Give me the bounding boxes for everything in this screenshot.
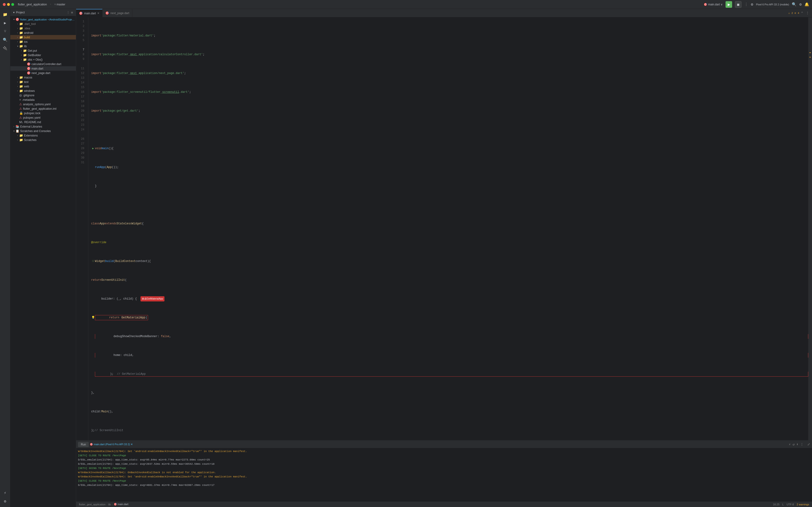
code-line-15: builder: (_, child) { 换成GetMaterialApp bbox=[91, 296, 808, 301]
code-line-22: ); // ScreenUtilInit bbox=[91, 428, 808, 433]
tree-item-dart-tool[interactable]: › 📁 .dart_tool bbox=[10, 21, 76, 26]
code-line-13: ⬡ Widget build(BuildContext context) { bbox=[91, 259, 808, 264]
run-button[interactable]: ▶ bbox=[726, 1, 732, 8]
activity-run-icon[interactable]: ▶ bbox=[1, 19, 9, 27]
console-refresh-icon[interactable]: ↺ bbox=[793, 442, 794, 446]
minimize-button[interactable] bbox=[7, 3, 10, 6]
code-line-14: return ScreenUtilInit( bbox=[91, 278, 808, 282]
tree-item-lib[interactable]: ▾ 📁 lib bbox=[10, 44, 76, 48]
tree-item-next-page[interactable]: 🎯 next_page.dart bbox=[10, 71, 76, 75]
code-content[interactable]: import 'package:flutter/material.dart'; … bbox=[89, 17, 808, 440]
settings-icon[interactable]: ⚙ bbox=[751, 2, 753, 7]
breadcrumb-project[interactable]: flutter_gext_application bbox=[79, 503, 106, 506]
titlebar: flutter_gext_application › ⑂ master 🎯 ma… bbox=[0, 0, 812, 9]
tab-expand-icon[interactable]: ⌃ bbox=[800, 10, 804, 16]
tree-item-calculator-controller[interactable]: 🎯 calculatorController.dart bbox=[10, 62, 76, 66]
console-line-3: D/EGL_emulation(21704): app_time_stats: … bbox=[78, 458, 810, 462]
tree-item-extensions[interactable]: › 📁 Extensions bbox=[10, 133, 76, 138]
gutter-warning-1: ▬ bbox=[809, 51, 811, 54]
tree-item-android[interactable]: › 📁 android bbox=[10, 31, 76, 35]
tree-item-macos[interactable]: › 📁 macos bbox=[10, 75, 76, 80]
search-icon[interactable]: 🔍 bbox=[792, 2, 797, 7]
activity-bar: 📁 ▶ ⑂ 🔍 🔌 ⚡ ⚙ bbox=[0, 9, 10, 507]
code-line-18: home: child, bbox=[95, 353, 808, 357]
device-label[interactable]: Pixel 6 Pro API 33 2 (mobile) bbox=[756, 3, 789, 6]
project-more-icon[interactable]: ⊕ bbox=[71, 11, 73, 14]
console-expand-icon[interactable]: ⤢ bbox=[807, 442, 810, 446]
activity-search-icon[interactable]: 🔍 bbox=[1, 36, 9, 44]
tab-main-dart[interactable]: 🎯 main.dart ✕ bbox=[76, 9, 103, 17]
run-file-label: 🎯 main.dart (Pixel 6 Pro API 33 2) ✕ bbox=[90, 443, 133, 446]
console-more-icon[interactable]: ⋮ bbox=[800, 442, 804, 446]
code-line-17: debugShowCheckedModeBanner: false, bbox=[95, 334, 808, 339]
project-header[interactable]: ▾ Project ⋮ ⊕ bbox=[10, 9, 76, 16]
tree-item-main-dart[interactable]: 🎯 main.dart bbox=[10, 66, 76, 71]
code-line-8: runApp(App()); bbox=[91, 165, 808, 170]
tree-item-scratches-folder[interactable]: › 📁 Scratches bbox=[10, 138, 76, 142]
tree-item-scratches[interactable]: ▾ 📋 Scratches and Consoles bbox=[10, 129, 76, 133]
status-time: 16:25 bbox=[773, 503, 779, 506]
tree-item-ios[interactable]: › 📁 ios bbox=[10, 40, 76, 44]
project-tree: ▾ 🎯 flutter_gext_application ~/AndroidSt… bbox=[10, 16, 76, 507]
code-line-2: import 'package:flutter_gext_application… bbox=[91, 52, 808, 57]
status-encoding[interactable]: UTF-8 bbox=[787, 503, 794, 506]
status-warnings[interactable]: 2 warnings bbox=[797, 503, 809, 506]
console-filter-icon[interactable]: ⬇ bbox=[797, 442, 798, 446]
project-title: Project bbox=[16, 11, 25, 14]
code-editor[interactable]: 1 2 3 4 5 7 8 9 11 12 13 14 15 16 17 18 … bbox=[76, 17, 812, 440]
more-actions-icon[interactable]: ⋮ bbox=[744, 2, 748, 7]
activity-settings-icon[interactable]: ⚙ bbox=[1, 498, 9, 505]
tab-next-page[interactable]: 🎯 next_page.dart bbox=[103, 9, 132, 17]
tree-item-getbuilder[interactable]: › 📁 GetBuilder bbox=[10, 53, 76, 57]
tree-item-readme[interactable]: M↓ README.md bbox=[10, 120, 76, 124]
main-layout: 📁 ▶ ⑂ 🔍 🔌 ⚡ ⚙ ▾ Project ⋮ ⊕ ▾ 🎯 flutter_… bbox=[0, 9, 812, 507]
activity-notifications-icon[interactable]: ⚡ bbox=[1, 489, 9, 497]
tab-main-label: main.dart bbox=[84, 12, 96, 15]
bottom-tab-run[interactable]: Run bbox=[78, 442, 89, 447]
breadcrumb-bar: flutter_gext_application › lib › 🎯 main.… bbox=[76, 501, 812, 507]
console-line-8: [GETX] CLOSE TO ROUTE /NextPage bbox=[78, 479, 810, 483]
tree-item-build[interactable]: › 📁 build bbox=[10, 35, 76, 40]
activity-project-icon[interactable]: 📁 bbox=[1, 11, 9, 18]
tree-item-pubspec-yaml[interactable]: ⚠ pubspec.yaml bbox=[10, 115, 76, 120]
console-line-2: [GETX] CLOSE TO ROUTE /NextPage bbox=[78, 453, 810, 458]
code-line-10 bbox=[91, 203, 808, 207]
tree-item-external-libs[interactable]: › 📚 External Libraries bbox=[10, 124, 76, 129]
status-line-col: L bbox=[782, 503, 784, 506]
tree-item-analysis[interactable]: ⚠ analysis_options.yaml bbox=[10, 102, 76, 106]
tree-item-metadata[interactable]: ≡ .metadata bbox=[10, 98, 76, 102]
notification-icon[interactable]: 🔔 bbox=[805, 2, 809, 7]
activity-plugin-icon[interactable]: 🔌 bbox=[1, 45, 9, 52]
tree-item-pubspec-lock[interactable]: 🔒 pubspec.lock bbox=[10, 111, 76, 115]
code-line-5: import 'package:get/get.dart'; bbox=[91, 109, 808, 113]
activity-git-icon[interactable]: ⑂ bbox=[1, 28, 9, 35]
gear-icon[interactable]: ⚙ bbox=[799, 2, 802, 7]
tab-bar: 🎯 main.dart ✕ 🎯 next_page.dart ⚠ 2 ⊘ 4 ⌃… bbox=[76, 9, 812, 17]
tree-item-web[interactable]: › 📁 web bbox=[10, 84, 76, 89]
stop-button[interactable]: ◼ bbox=[735, 1, 742, 8]
tree-item-test[interactable]: › 📁 test bbox=[10, 80, 76, 84]
tree-item-iml[interactable]: ⚠ flutter_gext_application.iml bbox=[10, 106, 76, 111]
code-line-12: @override bbox=[91, 240, 808, 245]
tab-more-icon[interactable]: ⋮ bbox=[805, 10, 810, 16]
project-options-icon[interactable]: ⋮ bbox=[67, 11, 69, 14]
console-lightning-icon[interactable]: ⚡ bbox=[789, 442, 791, 446]
close-button[interactable] bbox=[3, 3, 6, 6]
maximize-button[interactable] bbox=[11, 3, 14, 6]
tree-item-windows[interactable]: › 📁 windows bbox=[10, 89, 76, 93]
breadcrumb-lib[interactable]: lib bbox=[108, 503, 111, 506]
console-line-1: W/OnBackInvokedCallback(21704): Set 'and… bbox=[78, 449, 810, 453]
tree-item-get-put[interactable]: › 📁 Get.put bbox=[10, 48, 76, 53]
project-panel: ▾ Project ⋮ ⊕ ▾ 🎯 flutter_gext_applicati… bbox=[10, 9, 76, 507]
breadcrumb-file[interactable]: 🎯 main.dart bbox=[114, 503, 128, 506]
tree-item-idea[interactable]: › 📁 .idea bbox=[10, 26, 76, 31]
branch-label[interactable]: ⑂ master bbox=[54, 3, 65, 6]
tree-item-root[interactable]: ▾ 🎯 flutter_gext_application ~/AndroidSt… bbox=[10, 17, 76, 21]
tree-item-obs-obx[interactable]: › 📁 obs + Obx() bbox=[10, 57, 76, 62]
code-line-11: class App extends StatelessWidget { bbox=[91, 221, 808, 226]
tree-item-gitignore[interactable]: ◎ .gitignore bbox=[10, 93, 76, 98]
tab-dart-icon: 🎯 bbox=[79, 11, 83, 15]
tab-close-main[interactable]: ✕ bbox=[97, 12, 99, 15]
project-collapse-icon: ▾ bbox=[13, 11, 14, 14]
console-area[interactable]: W/OnBackInvokedCallback(21704): Set 'and… bbox=[76, 448, 812, 501]
